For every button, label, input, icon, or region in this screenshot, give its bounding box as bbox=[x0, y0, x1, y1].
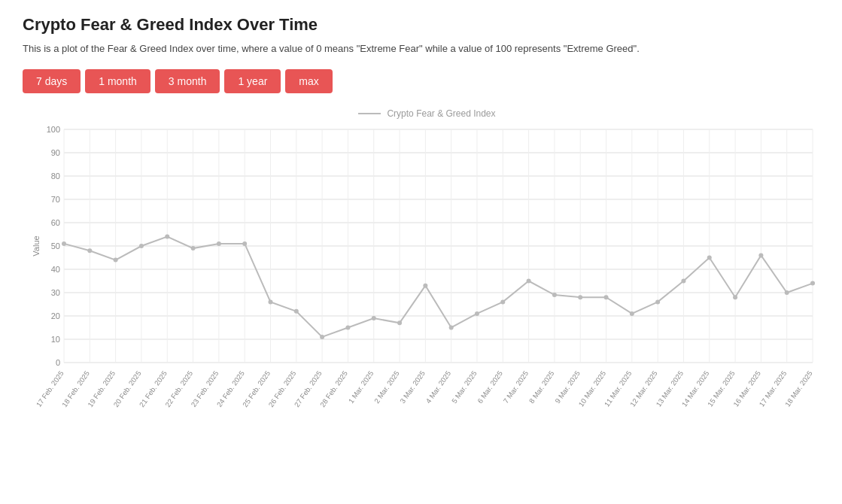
svg-point-98 bbox=[449, 326, 454, 330]
svg-point-104 bbox=[604, 295, 609, 299]
svg-text:0: 0 bbox=[56, 358, 60, 367]
svg-point-95 bbox=[372, 316, 376, 320]
svg-point-88 bbox=[191, 246, 196, 250]
svg-point-87 bbox=[165, 235, 169, 239]
chart-svg: 010203040506070809010017 Feb. 202518 Feb… bbox=[30, 122, 824, 423]
svg-text:3 Mar. 2025: 3 Mar. 2025 bbox=[398, 369, 427, 405]
svg-text:9 Mar. 2025: 9 Mar. 2025 bbox=[553, 369, 582, 405]
svg-text:20: 20 bbox=[51, 311, 60, 320]
svg-text:60: 60 bbox=[51, 218, 60, 227]
svg-text:70: 70 bbox=[51, 195, 60, 204]
svg-text:90: 90 bbox=[51, 148, 60, 157]
legend-label: Crypto Fear & Greed Index bbox=[387, 108, 495, 119]
svg-point-99 bbox=[475, 311, 479, 316]
svg-text:7 Mar. 2025: 7 Mar. 2025 bbox=[501, 369, 530, 405]
svg-text:4 Mar. 2025: 4 Mar. 2025 bbox=[424, 369, 453, 405]
svg-point-84 bbox=[87, 248, 92, 253]
svg-text:30: 30 bbox=[51, 288, 60, 297]
chart-container: Crypto Fear & Greed Index 01020304050607… bbox=[30, 108, 824, 439]
svg-point-105 bbox=[630, 311, 634, 316]
svg-text:28 Feb. 2025: 28 Feb. 2025 bbox=[318, 369, 349, 408]
legend-line-icon bbox=[358, 113, 381, 114]
chart-legend: Crypto Fear & Greed Index bbox=[30, 108, 824, 119]
svg-point-106 bbox=[655, 300, 660, 305]
btn-max[interactable]: max bbox=[285, 69, 332, 93]
svg-point-96 bbox=[397, 320, 402, 325]
svg-text:5 Mar. 2025: 5 Mar. 2025 bbox=[450, 369, 479, 405]
svg-text:10: 10 bbox=[51, 335, 60, 344]
svg-text:40: 40 bbox=[51, 265, 60, 274]
svg-point-100 bbox=[500, 300, 505, 305]
svg-point-83 bbox=[62, 241, 66, 246]
btn-1month[interactable]: 1 month bbox=[85, 69, 150, 93]
svg-point-89 bbox=[217, 241, 221, 246]
btn-3month[interactable]: 3 month bbox=[155, 69, 220, 93]
btn-1year[interactable]: 1 year bbox=[224, 69, 281, 93]
svg-text:1 Mar. 2025: 1 Mar. 2025 bbox=[347, 369, 375, 405]
svg-point-108 bbox=[707, 256, 712, 260]
svg-point-93 bbox=[320, 335, 324, 339]
svg-text:Value: Value bbox=[32, 236, 41, 257]
svg-point-92 bbox=[294, 309, 299, 314]
svg-text:50: 50 bbox=[51, 241, 60, 250]
svg-point-91 bbox=[268, 300, 272, 305]
svg-point-109 bbox=[733, 295, 737, 299]
svg-point-103 bbox=[578, 295, 582, 299]
chart-area: 010203040506070809010017 Feb. 202518 Feb… bbox=[30, 122, 824, 423]
svg-point-86 bbox=[139, 244, 144, 248]
svg-point-107 bbox=[681, 279, 685, 284]
page-title: Crypto Fear & Greed Index Over Time bbox=[23, 15, 819, 35]
svg-point-102 bbox=[552, 293, 557, 297]
page-subtitle: This is a plot of the Fear & Greed Index… bbox=[23, 42, 819, 56]
svg-point-90 bbox=[242, 241, 247, 246]
svg-point-85 bbox=[114, 258, 118, 263]
svg-point-111 bbox=[785, 290, 789, 295]
svg-point-97 bbox=[423, 284, 427, 288]
svg-point-94 bbox=[345, 326, 350, 330]
svg-point-112 bbox=[810, 281, 815, 286]
svg-text:8 Mar. 2025: 8 Mar. 2025 bbox=[527, 369, 556, 405]
svg-text:80: 80 bbox=[51, 172, 60, 181]
svg-text:100: 100 bbox=[47, 125, 60, 134]
svg-text:18 Mar. 2025: 18 Mar. 2025 bbox=[783, 369, 814, 408]
svg-text:6 Mar. 2025: 6 Mar. 2025 bbox=[476, 369, 504, 405]
btn-7days[interactable]: 7 days bbox=[23, 69, 81, 93]
svg-point-110 bbox=[758, 254, 763, 258]
time-range-buttons: 7 days 1 month 3 month 1 year max bbox=[23, 69, 819, 93]
svg-point-101 bbox=[527, 279, 531, 284]
svg-text:2 Mar. 2025: 2 Mar. 2025 bbox=[372, 369, 401, 405]
